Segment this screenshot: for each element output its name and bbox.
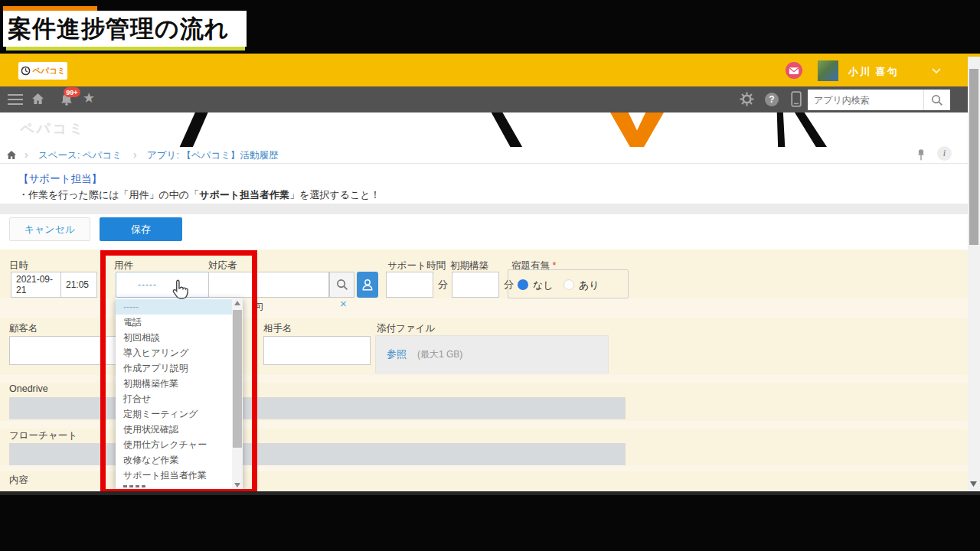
aite-label: 相手名 xyxy=(263,322,292,335)
page-scrollbar[interactable] xyxy=(968,57,980,491)
mobile-device-icon[interactable] xyxy=(791,91,802,107)
banner-box: 案件進捗管理の流れ xyxy=(3,11,247,47)
radio-ari-label[interactable]: あり xyxy=(579,279,599,292)
person-icon xyxy=(361,278,374,292)
space-watermark: ペパコミ xyxy=(20,119,86,138)
yoken-label: 用件 xyxy=(114,259,133,272)
dropdown-option[interactable]: 使用仕方レクチャー xyxy=(116,437,232,452)
dropdown-option[interactable]: 定期ミーティング xyxy=(116,406,232,422)
shoki-label: 初期構築 xyxy=(450,259,488,272)
breadcrumb-home-icon[interactable] xyxy=(6,150,17,160)
scroll-down-icon[interactable] xyxy=(234,483,240,487)
app-search-button[interactable] xyxy=(923,90,950,110)
dropdown-scrollbar[interactable] xyxy=(232,298,243,489)
yoken-dropdown-panel: ----- 電話 初回相談 導入ヒアリング 作成アプリ説明 初期構築作業 打合せ… xyxy=(116,298,243,489)
naiyo-label: 内容 xyxy=(9,474,28,487)
breadcrumb-app-link[interactable]: アプリ: 【ペパコミ】活動履歴 xyxy=(147,149,279,162)
datetime-label: 日時 xyxy=(9,259,28,272)
dropdown-option[interactable]: 作成アプリ説明 xyxy=(116,360,232,376)
app-search-input[interactable] xyxy=(808,95,923,106)
tempu-label: 添付ファイル xyxy=(377,322,435,335)
notice-line: ・作業を行った際には「用件」の中の「サポート担当者作業」を選択すること！ xyxy=(18,188,381,202)
logo-text: ペパコミ xyxy=(33,66,66,77)
pepakomi-logo[interactable]: ペパコミ xyxy=(18,62,67,80)
dropdown-option[interactable]: 使用状況確認 xyxy=(116,422,232,437)
scroll-up-icon[interactable] xyxy=(234,301,240,305)
taiosha-label: 対応者 xyxy=(208,259,237,272)
dropdown-option[interactable]: ----- xyxy=(116,299,232,315)
dropdown-option[interactable]: 電話 xyxy=(116,315,232,330)
notice-emphasis: サポート担当者作業 xyxy=(199,189,289,201)
date-input[interactable]: 2021-09-21 xyxy=(11,272,61,298)
notice-heading: 【サポート担当】 xyxy=(18,172,102,186)
gear-icon[interactable] xyxy=(740,92,754,106)
breadcrumb-separator: › xyxy=(24,148,28,161)
time-input[interactable]: 21:05 xyxy=(60,272,97,298)
browse-link[interactable]: 参照 xyxy=(387,347,407,361)
onedrive-label: Onedrive xyxy=(9,383,48,394)
dropdown-option[interactable]: 打合せ xyxy=(116,391,232,406)
aite-input[interactable] xyxy=(263,336,371,365)
home-icon[interactable] xyxy=(31,92,45,106)
token-remove-icon[interactable]: × xyxy=(340,297,347,310)
breadcrumb-separator: › xyxy=(133,148,137,161)
hand-cursor-icon xyxy=(170,279,190,302)
mail-icon[interactable] xyxy=(786,62,802,79)
user-name[interactable]: 小川 喜句 xyxy=(848,65,899,79)
hamburger-menu-icon[interactable] xyxy=(8,93,23,106)
flowchart-field-disabled xyxy=(9,443,626,465)
taiosha-input[interactable] xyxy=(208,272,329,298)
selected-user-token: 句 xyxy=(254,300,263,313)
support-time-unit: 分 xyxy=(438,278,448,292)
taiosha-search-button[interactable] xyxy=(329,272,354,298)
search-icon xyxy=(336,279,348,291)
search-icon xyxy=(931,94,943,106)
attachment-dropzone[interactable]: 参照 (最大1 GB) xyxy=(375,335,609,373)
logo-hand-icon xyxy=(21,66,31,76)
divider xyxy=(0,163,980,164)
save-button[interactable]: 保存 xyxy=(100,217,182,241)
dropdown-option-clipped[interactable] xyxy=(123,485,127,487)
radio-nashi-label[interactable]: なし xyxy=(533,279,554,292)
screen: 案件進捗管理の流れ ペパコミ 小川 喜句 99+ ★ xyxy=(0,0,980,551)
info-icon[interactable]: i xyxy=(937,146,952,161)
banner-title: 案件進捗管理の流れ xyxy=(3,11,247,47)
dropdown-option[interactable]: 導入ヒアリング xyxy=(116,345,232,360)
content-bottom-edge xyxy=(0,491,980,495)
scroll-down-icon[interactable] xyxy=(970,481,977,487)
onedrive-field-disabled xyxy=(9,397,626,419)
size-limit: (最大1 GB) xyxy=(417,348,462,361)
page-scrollbar-thumb[interactable] xyxy=(969,69,978,245)
favorites-star-icon[interactable]: ★ xyxy=(83,90,95,106)
radio-nashi[interactable] xyxy=(518,279,528,290)
user-picker-button[interactable] xyxy=(357,272,378,298)
yoken-select-value: ----- xyxy=(116,279,217,290)
support-time-input[interactable] xyxy=(386,272,433,298)
breadcrumb-space-link[interactable]: スペース: ペパコミ xyxy=(38,149,122,162)
section-band xyxy=(0,204,980,214)
avatar[interactable] xyxy=(818,60,838,81)
help-icon[interactable]: ? xyxy=(765,93,779,106)
kokyaku-label: 顧客名 xyxy=(9,322,38,335)
banner-accent-bottom xyxy=(6,47,245,51)
support-time-label: サポート時間 xyxy=(387,259,446,272)
notification-badge[interactable]: 99+ xyxy=(64,87,80,97)
dropdown-option[interactable]: サポート担当者作業 xyxy=(116,468,232,483)
dropdown-option[interactable]: 初期構築作業 xyxy=(116,376,232,391)
dropdown-option[interactable]: 初回相談 xyxy=(116,330,232,345)
dropdown-option[interactable]: 改修など作業 xyxy=(116,452,232,468)
user-menu-chevron-down-icon[interactable] xyxy=(931,67,942,74)
flowchart-label: フローチャート xyxy=(9,429,77,442)
dropdown-scrollbar-thumb[interactable] xyxy=(233,310,242,448)
pin-icon[interactable] xyxy=(915,148,927,161)
shoki-input[interactable] xyxy=(452,272,499,298)
cancel-button[interactable]: キャンセル xyxy=(9,217,90,241)
radio-ari[interactable] xyxy=(564,279,574,290)
app-search-box xyxy=(808,90,950,110)
